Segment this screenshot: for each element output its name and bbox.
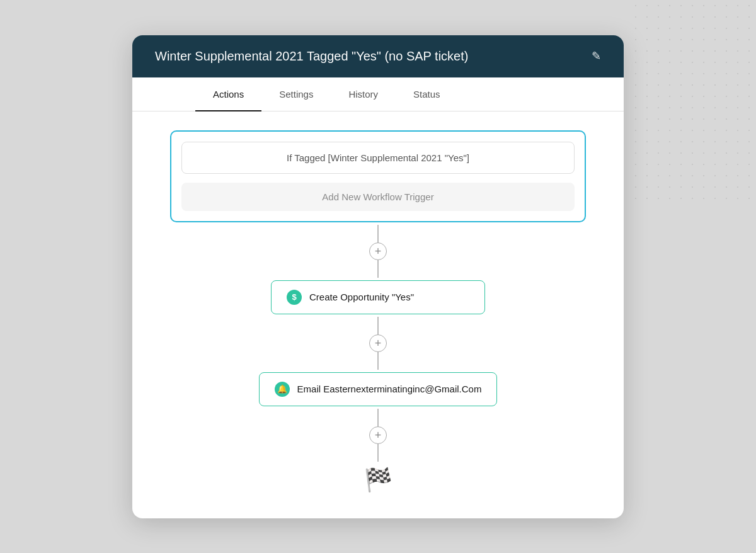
- action-send-email[interactable]: 🔔 Email Easternexterminatinginc@Gmail.Co…: [259, 372, 498, 406]
- trigger-condition[interactable]: If Tagged [Winter Supplemental 2021 "Yes…: [181, 142, 575, 174]
- opportunity-label: Create Opportunity "Yes": [309, 292, 414, 302]
- email-label: Email Easternexterminatinginc@Gmail.Com: [297, 384, 482, 394]
- connector-line-3: [377, 409, 379, 426]
- connector-1: +: [369, 225, 387, 278]
- trigger-box: If Tagged [Winter Supplemental 2021 "Yes…: [170, 130, 586, 222]
- connector-line-2b: [377, 352, 379, 370]
- tabs-bar: Actions Settings History Status: [132, 77, 624, 111]
- page-wrapper: Winter Supplemental 2021 Tagged "Yes" (n…: [0, 0, 756, 553]
- add-step-1[interactable]: +: [369, 242, 387, 260]
- tab-status[interactable]: Status: [396, 77, 458, 111]
- connector-line-3b: [377, 444, 379, 462]
- add-step-3[interactable]: +: [369, 426, 387, 444]
- connector-2: +: [369, 317, 387, 370]
- workflow-title: Winter Supplemental 2021 Tagged "Yes" (n…: [155, 49, 584, 64]
- add-trigger-button[interactable]: Add New Workflow Trigger: [181, 183, 575, 211]
- connector-line-1: [377, 225, 379, 242]
- tab-settings[interactable]: Settings: [261, 77, 331, 111]
- dot-grid-decoration: [630, 0, 756, 202]
- email-icon: 🔔: [275, 382, 290, 397]
- finish-flag: 🏁: [364, 467, 392, 493]
- tab-history[interactable]: History: [331, 77, 396, 111]
- edit-icon[interactable]: ✎: [592, 49, 601, 63]
- connector-line-1b: [377, 260, 379, 278]
- connector-line-2: [377, 317, 379, 334]
- add-step-2[interactable]: +: [369, 334, 387, 352]
- opportunity-icon: $: [287, 290, 302, 305]
- connector-3: +: [369, 409, 387, 462]
- action-create-opportunity[interactable]: $ Create Opportunity "Yes": [271, 280, 485, 314]
- card-header: Winter Supplemental 2021 Tagged "Yes" (n…: [132, 35, 624, 77]
- actions-content: If Tagged [Winter Supplemental 2021 "Yes…: [132, 111, 624, 518]
- main-card: Winter Supplemental 2021 Tagged "Yes" (n…: [132, 35, 624, 518]
- tab-actions[interactable]: Actions: [195, 77, 261, 111]
